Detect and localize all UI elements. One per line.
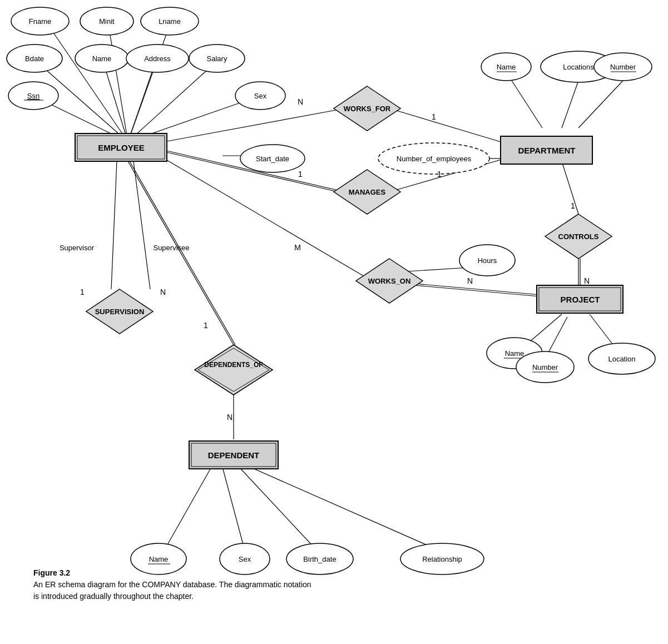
ssn-attr: Ssn <box>27 92 39 100</box>
department-label: DEPARTMENT <box>518 146 575 155</box>
controls-1: 1 <box>571 201 575 210</box>
controls-n: N <box>584 276 590 285</box>
svg-line-4 <box>103 61 128 142</box>
supervisee-label: Supervisee <box>153 244 189 252</box>
lname-attr: Lname <box>159 17 181 26</box>
supervision-label: SUPERVISION <box>95 308 145 316</box>
svg-line-37 <box>250 467 439 551</box>
works-for-label: WORKS_FOR <box>344 105 391 113</box>
works-for-n: N <box>298 97 303 106</box>
dept-name-attr: Name <box>497 63 516 71</box>
proj-number-attr: Number <box>532 363 558 371</box>
dep-of-n: N <box>227 413 232 422</box>
controls-label: CONTROLS <box>558 232 599 241</box>
svg-line-23 <box>414 284 540 295</box>
locations-attr: Locations <box>563 63 594 71</box>
svg-line-29 <box>111 161 117 289</box>
works-on-label: WORKS_ON <box>368 277 411 285</box>
emp-name-attr: Name <box>92 55 112 63</box>
num-employees-attr: Number_of_employees <box>397 155 472 163</box>
svg-line-1 <box>108 25 128 142</box>
dept-number-attr: Number <box>610 63 636 71</box>
supervision-1: 1 <box>80 288 85 296</box>
svg-line-34 <box>164 467 211 551</box>
caption-line1: An ER schema diagram for the COMPANY dat… <box>33 579 668 591</box>
svg-line-11 <box>562 81 578 128</box>
location-attr: Location <box>608 355 635 363</box>
figure-title: Figure 3.2 <box>33 567 668 579</box>
hours-attr: Hours <box>478 256 497 265</box>
svg-line-6 <box>128 61 217 142</box>
dependents-of-label: DEPENDENTS_OF <box>204 361 263 369</box>
svg-line-19 <box>562 161 578 214</box>
minit-attr: Minit <box>99 17 115 26</box>
works-on-m: M <box>294 243 301 252</box>
svg-line-35 <box>222 467 245 551</box>
sex-emp-attr: Sex <box>254 92 267 100</box>
bdate-attr: Bdate <box>25 55 44 63</box>
svg-line-30 <box>133 161 150 289</box>
fname-attr: Fname <box>29 17 51 26</box>
er-diagram: EMPLOYEE DEPARTMENT PROJECT DEPENDENT WO… <box>0 0 668 601</box>
start-date-attr: Start_date <box>256 155 289 163</box>
supervisor-label: Supervisor <box>60 244 95 252</box>
svg-line-22 <box>164 158 367 278</box>
svg-line-9 <box>164 108 345 142</box>
svg-line-0 <box>50 28 128 142</box>
manages-1-dept: 1 <box>437 170 442 179</box>
svg-line-10 <box>389 108 501 142</box>
address-attr: Address <box>144 55 171 63</box>
supervision-n: N <box>160 288 166 296</box>
dependent-label: DEPENDENT <box>208 450 260 460</box>
svg-line-13 <box>578 81 623 128</box>
caption-line2: is introduced gradually throughout the c… <box>33 591 668 602</box>
dep-of-1: 1 <box>204 321 208 330</box>
svg-line-5 <box>128 61 156 142</box>
works-on-n-proj: N <box>467 276 473 285</box>
salary-attr: Salary <box>207 55 227 63</box>
employee-label: EMPLOYEE <box>98 143 144 152</box>
manages-label: MANAGES <box>349 188 386 196</box>
svg-line-24 <box>414 285 540 296</box>
proj-name-attr: Name <box>505 349 524 358</box>
svg-marker-50 <box>195 345 273 395</box>
figure-caption: Figure 3.2 An ER schema diagram for the … <box>17 562 668 608</box>
works-for-1: 1 <box>432 112 436 121</box>
manages-1-emp: 1 <box>298 170 303 179</box>
project-label: PROJECT <box>561 295 600 304</box>
svg-line-12 <box>512 81 542 128</box>
